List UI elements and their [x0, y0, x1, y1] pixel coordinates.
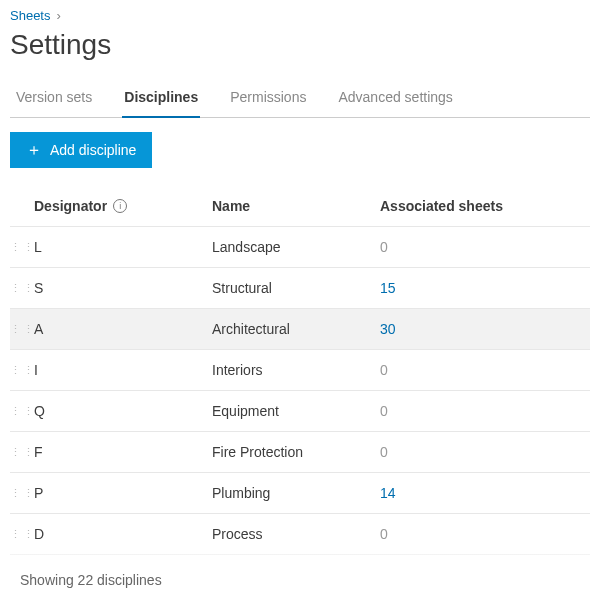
- table-row[interactable]: ⋮⋮IInteriors0: [10, 350, 590, 391]
- drag-handle-icon[interactable]: ⋮⋮: [10, 285, 34, 292]
- cell-name: Plumbing: [212, 485, 380, 501]
- cell-designator: P: [34, 485, 212, 501]
- breadcrumb-root-link[interactable]: Sheets: [10, 8, 50, 23]
- column-associated: Associated sheets: [380, 198, 590, 214]
- chevron-right-icon: ›: [56, 8, 60, 23]
- cell-associated[interactable]: 14: [380, 485, 590, 501]
- table-header: Designator i Name Associated sheets: [10, 190, 590, 227]
- table-row[interactable]: ⋮⋮SStructural15: [10, 268, 590, 309]
- cell-designator: I: [34, 362, 212, 378]
- tab-permissions[interactable]: Permissions: [228, 79, 308, 117]
- cell-associated: 0: [380, 403, 590, 419]
- cell-name: Process: [212, 526, 380, 542]
- tab-advanced-settings[interactable]: Advanced settings: [336, 79, 454, 117]
- drag-handle-icon[interactable]: ⋮⋮: [10, 531, 34, 538]
- table-footer: Showing 22 disciplines: [0, 562, 600, 600]
- table-row[interactable]: ⋮⋮QEquipment0: [10, 391, 590, 432]
- drag-handle-icon[interactable]: ⋮⋮: [10, 490, 34, 497]
- tab-disciplines[interactable]: Disciplines: [122, 79, 200, 117]
- column-designator: Designator: [34, 198, 107, 214]
- cell-name: Architectural: [212, 321, 380, 337]
- cell-designator: F: [34, 444, 212, 460]
- cell-associated: 0: [380, 444, 590, 460]
- table-row[interactable]: ⋮⋮PPlumbing14: [10, 473, 590, 514]
- table-row[interactable]: ⋮⋮LLandscape0: [10, 227, 590, 268]
- cell-designator: Q: [34, 403, 212, 419]
- drag-handle-icon[interactable]: ⋮⋮: [10, 367, 34, 374]
- cell-designator: L: [34, 239, 212, 255]
- cell-name: Fire Protection: [212, 444, 380, 460]
- table-row[interactable]: ⋮⋮AArchitectural30: [10, 309, 590, 350]
- cell-associated: 0: [380, 239, 590, 255]
- info-icon[interactable]: i: [113, 199, 127, 213]
- cell-name: Interiors: [212, 362, 380, 378]
- cell-designator: S: [34, 280, 212, 296]
- cell-associated[interactable]: 30: [380, 321, 590, 337]
- page-title: Settings: [10, 29, 590, 61]
- cell-associated[interactable]: 15: [380, 280, 590, 296]
- add-discipline-button[interactable]: ＋ Add discipline: [10, 132, 152, 168]
- breadcrumb: Sheets ›: [10, 8, 590, 23]
- add-discipline-label: Add discipline: [50, 142, 136, 158]
- plus-icon: ＋: [26, 142, 42, 158]
- table-row[interactable]: ⋮⋮DProcess0: [10, 514, 590, 555]
- cell-name: Structural: [212, 280, 380, 296]
- cell-associated: 0: [380, 526, 590, 542]
- drag-handle-icon[interactable]: ⋮⋮: [10, 408, 34, 415]
- drag-handle-icon[interactable]: ⋮⋮: [10, 326, 34, 333]
- drag-handle-icon[interactable]: ⋮⋮: [10, 244, 34, 251]
- cell-name: Landscape: [212, 239, 380, 255]
- cell-designator: D: [34, 526, 212, 542]
- drag-handle-icon[interactable]: ⋮⋮: [10, 449, 34, 456]
- cell-name: Equipment: [212, 403, 380, 419]
- column-name: Name: [212, 198, 380, 214]
- cell-associated: 0: [380, 362, 590, 378]
- disciplines-table: Designator i Name Associated sheets ⋮⋮LL…: [10, 190, 590, 600]
- cell-designator: A: [34, 321, 212, 337]
- tabs: Version sets Disciplines Permissions Adv…: [10, 79, 590, 118]
- tab-version-sets[interactable]: Version sets: [14, 79, 94, 117]
- table-row[interactable]: ⋮⋮FFire Protection0: [10, 432, 590, 473]
